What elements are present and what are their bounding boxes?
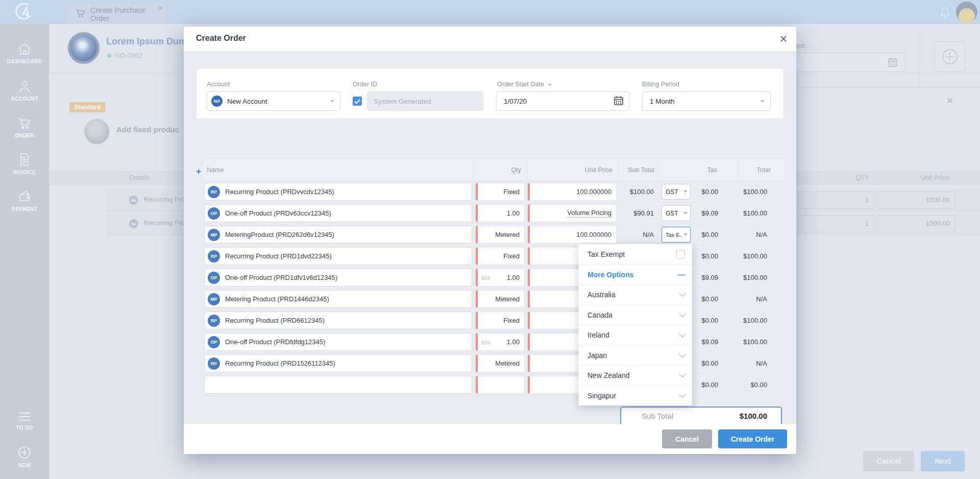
subtotal-value: $100.00: [740, 412, 767, 420]
checkbox[interactable]: [676, 250, 685, 258]
qty-input[interactable]: Metered: [476, 354, 525, 372]
create-order-button[interactable]: Create Order: [718, 429, 787, 448]
product-type-chip: RP: [208, 315, 220, 327]
product-name-input[interactable]: RP Recurring Product (PRD1dvd22345): [204, 247, 472, 265]
column-header-total: Total: [738, 159, 784, 181]
unit-price-input[interactable]: 100.000000: [528, 226, 617, 244]
modal-close-icon[interactable]: ✕: [779, 33, 788, 45]
table-row: MP Metering Product (PRD1446d2345) Meter…: [203, 289, 784, 310]
customer-id: GO-0892: [115, 52, 142, 59]
tax-dropdown-item[interactable]: Japan: [578, 345, 692, 366]
product-name-input[interactable]: RP Recurring Product (PRD6612345): [204, 312, 472, 329]
status-badge: Standard: [69, 102, 105, 112]
tax-dropdown-item[interactable]: Tax Exempt: [578, 244, 692, 265]
qty-input[interactable]: 1.00: [476, 204, 525, 222]
qty-input[interactable]: box 1.00: [476, 269, 525, 286]
product-name-input[interactable]: OP One-off Product (PRD1dfv1v6d12345): [204, 269, 472, 286]
total-value: $100.00: [738, 310, 767, 331]
tax-dropdown-item[interactable]: Canada: [578, 305, 692, 325]
qty-input[interactable]: Metered: [476, 226, 525, 244]
product-name-input[interactable]: OP One-off Product (PRDv63ccv12345): [204, 204, 472, 222]
table-row: MP MeteringProduct (PRD262d6v12345) Mete…: [203, 224, 784, 246]
qty-value: Fixed: [503, 188, 520, 196]
billing-period-select[interactable]: 1 Month: [642, 91, 771, 111]
sidebar-item-todo[interactable]: TO DO: [0, 411, 49, 430]
tax-dropdown-item[interactable]: New Zealand: [578, 365, 692, 386]
chevron-down-icon: [761, 100, 765, 103]
billing-period-label: Billing Period: [642, 81, 679, 88]
customer-name: Lorem Ipsum Dum: [106, 36, 187, 47]
sidebar-item-account[interactable]: ACCOUNT: [0, 79, 49, 102]
product-name-input[interactable]: RP Recurring Product (PRDvvcdv12345): [204, 183, 472, 201]
order-id-placeholder: System Generated: [374, 98, 431, 105]
total-value: N/A: [738, 289, 767, 309]
tax-dropdown-item[interactable]: More Options —: [578, 265, 692, 285]
avatar: SA: [129, 196, 138, 205]
sidebar-label: ORDER: [0, 133, 49, 138]
customer-id-row: GO-0892: [107, 52, 142, 59]
total-value: $100.00: [738, 203, 767, 224]
product-name-input[interactable]: RP Recurring Product (PRD1526112345): [204, 354, 472, 372]
qty-input[interactable]: Metered: [476, 290, 525, 308]
qty-value: Metered: [495, 295, 520, 303]
tab-create-purchase-order[interactable]: Create Purchase Order ✕: [66, 4, 166, 24]
table-row: OP One-off Product (PRDfdfdg12345) box 1…: [203, 331, 784, 353]
notifications-bell-icon[interactable]: [940, 7, 950, 20]
product-name-input[interactable]: MP MeteringProduct (PRD262d6v12345): [204, 226, 472, 244]
qty-input[interactable]: [476, 376, 525, 394]
background-section-title: Add fixed produc: [116, 125, 179, 134]
order-id-checkbox[interactable]: [353, 97, 362, 106]
product-name-input[interactable]: [204, 376, 472, 394]
account-avatar: NA: [211, 95, 223, 107]
unit-price-value: 100.000000: [576, 188, 611, 196]
user-avatar[interactable]: [956, 2, 977, 23]
modal-footer: Cancel Create Order: [184, 424, 796, 454]
sidebar-item-invoice[interactable]: INVOICE: [0, 152, 49, 175]
account-value: New Account: [227, 98, 267, 105]
qty-value: Fixed: [503, 252, 520, 260]
total-value: $100.00: [738, 331, 767, 352]
app-logo-icon: [12, 2, 36, 25]
tax-dropdown-item[interactable]: Australia: [578, 284, 692, 305]
tax-dropdown-item[interactable]: Singapur: [578, 386, 692, 406]
sidebar-item-dashboard[interactable]: DASHBOARD: [0, 42, 49, 64]
qty-input[interactable]: Fixed: [476, 183, 525, 201]
plus-circle-icon: [17, 445, 32, 460]
unit-price-input[interactable]: 100.000000: [528, 183, 617, 201]
tab-close-icon[interactable]: ✕: [158, 5, 163, 12]
product-type-chip: OP: [208, 336, 220, 348]
calendar-icon[interactable]: [614, 95, 624, 107]
sidebar-label: DASHBOARD: [0, 59, 49, 64]
qty-input[interactable]: Fixed: [476, 247, 525, 265]
chevron-down-icon: [330, 100, 334, 103]
sidebar-label: PAYMENT: [0, 206, 49, 212]
product-name-input[interactable]: OP One-off Product (PRDfdfdg12345): [204, 333, 472, 351]
total-value: $100.00: [738, 246, 767, 267]
qty-unit-label: box: [481, 339, 491, 345]
sub-total-value: N/A: [618, 224, 654, 245]
divider: [919, 31, 919, 87]
sidebar-item-order[interactable]: ORDER: [0, 116, 49, 138]
product-name-input[interactable]: MP Metering Product (PRD1446d2345): [204, 290, 472, 308]
chevron-down-icon: [679, 330, 686, 337]
dropdown-item-label: Tax Exempt: [587, 250, 625, 258]
qty-input[interactable]: box 1.00: [476, 333, 525, 351]
qty-input[interactable]: Fixed: [476, 312, 525, 329]
order-id-input[interactable]: System Generated: [367, 91, 483, 111]
background-cancel-button: Cancel: [863, 451, 914, 471]
products-table-header: Name Qty Unit Price Sub Total Tax Total: [203, 158, 784, 181]
tax-dropdown-item[interactable]: Ireland: [578, 325, 692, 345]
product-name: Recurring Product (PRD6612345): [225, 317, 325, 324]
sidebar-item-new[interactable]: NEW: [0, 445, 49, 468]
order-start-date-input[interactable]: 1/07/20: [496, 91, 629, 111]
status-dot-icon: [107, 54, 111, 58]
unit-price-input[interactable]: Volume Pricing: [528, 204, 617, 222]
chevron-down-icon: [548, 84, 552, 86]
sidebar-item-payment[interactable]: PAYMENT: [0, 189, 49, 212]
dropdown-item-label: Ireland: [587, 331, 609, 339]
product-name: One-off Product (PRD1dfv1v6d12345): [225, 274, 337, 281]
account-select[interactable]: NA New Account: [207, 91, 340, 111]
cancel-button[interactable]: Cancel: [662, 429, 712, 448]
table-row: OP One-off Product (PRD1dfv1v6d12345) bo…: [203, 267, 784, 289]
wallet-icon: [17, 189, 32, 204]
